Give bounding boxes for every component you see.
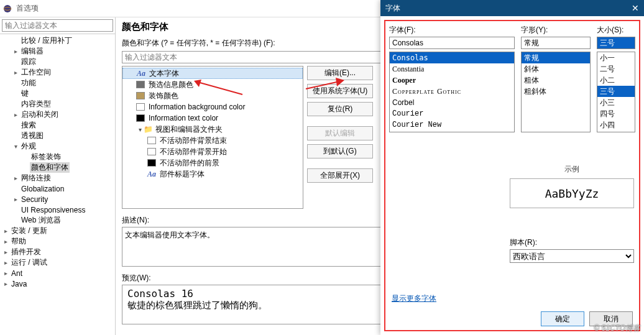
list-item[interactable]: Corbel (390, 97, 514, 108)
font-dialog: 字体 ✕ 字体(F): ConsolasConstantiaCooperCopp… (380, 0, 644, 335)
font-name-input[interactable] (389, 37, 515, 49)
font-style-input[interactable] (521, 37, 591, 49)
tree-item[interactable]: 比较 / 应用补丁 (0, 35, 115, 46)
tree-item[interactable]: 透视图 (0, 131, 115, 141)
eclipse-icon (2, 4, 12, 14)
tree-item[interactable]: ▸帮助 (0, 236, 115, 247)
tree-item[interactable]: ▸启动和关闭 (0, 109, 115, 120)
use-system-font-button[interactable]: 使用系统字体(U) (307, 84, 373, 98)
default-edit-button: 默认编辑 (307, 126, 373, 140)
edit-button[interactable]: 编辑(E)... (307, 66, 373, 80)
list-item[interactable]: 粗斜体 (522, 86, 590, 97)
color-font-item[interactable]: Aa文本字体 (122, 68, 303, 79)
tree-item[interactable]: Web 浏览器 (0, 215, 115, 226)
svg-point-0 (4, 5, 11, 12)
list-item[interactable]: 二号 (597, 63, 635, 75)
font-dialog-title: 字体 (385, 3, 632, 14)
list-item[interactable]: 小四 (597, 119, 635, 131)
font-label: 字体(F): (389, 25, 515, 35)
tree-item[interactable]: 键 (0, 88, 115, 99)
list-item[interactable]: 小二 (597, 75, 635, 86)
list-item[interactable]: 四号 (597, 108, 635, 119)
tree-item[interactable]: 标签装饰 (0, 152, 115, 162)
tree-item[interactable]: ▸网络连接 (0, 173, 115, 183)
list-item[interactable]: Consolas (390, 52, 514, 63)
list-item[interactable]: 三号 (597, 86, 635, 97)
list-item[interactable]: Courier (390, 108, 514, 119)
list-item[interactable]: 小一 (597, 52, 635, 63)
show-more-fonts-link[interactable]: 显示更多字体 (392, 293, 436, 304)
script-select[interactable]: 西欧语言 (510, 249, 634, 263)
size-list[interactable]: 小一二号小二三号小三四号小四 (597, 52, 635, 132)
tree-item[interactable]: ▸Ant (0, 268, 115, 278)
tree-item[interactable]: ▸Java (0, 278, 115, 289)
font-dialog-titlebar: 字体 ✕ (380, 0, 644, 16)
color-font-item[interactable]: 不活动部件背景结束 (122, 135, 303, 146)
color-font-item[interactable]: 装饰颜色 (122, 90, 303, 101)
font-dialog-close-icon[interactable]: ✕ (632, 3, 639, 13)
list-item[interactable]: Courier New (390, 119, 514, 131)
font-size-input[interactable] (597, 37, 635, 49)
color-font-item[interactable]: 不活动部件的前景 (122, 157, 303, 168)
tree-item[interactable]: ▸编辑器 (0, 46, 115, 57)
tree-item[interactable]: 搜索 (0, 120, 115, 131)
list-item[interactable]: 常规 (522, 52, 590, 63)
tree-item[interactable]: 内容类型 (0, 99, 115, 109)
tree-item[interactable]: ▸运行 / 调试 (0, 257, 115, 268)
tree-item[interactable]: ▸插件开发 (0, 247, 115, 257)
colors-fonts-tree[interactable]: Aa文本字体预选信息颜色装饰颜色Information background c… (122, 66, 303, 209)
style-list[interactable]: 常规斜体粗体粗斜体 (521, 52, 591, 132)
tree-item[interactable]: Globalization (0, 183, 115, 194)
to-default-button[interactable]: 到默认(G) (307, 144, 373, 158)
ok-button[interactable]: 确定 (541, 311, 584, 326)
sample-box: AaBbYyZz (510, 178, 634, 208)
tree-item[interactable]: UI Responsiveness (0, 204, 115, 215)
sample-label: 示例 (510, 164, 634, 175)
color-font-item[interactable]: 预选信息颜色 (122, 79, 303, 90)
list-item[interactable]: 小三 (597, 97, 635, 108)
watermark-text: © 51CTO博客 (594, 323, 640, 334)
color-font-item[interactable]: ▾📁视图和编辑器文件夹 (122, 124, 303, 135)
color-font-item[interactable]: Information text color (122, 112, 303, 124)
tree-item[interactable]: 功能 (0, 78, 115, 88)
tree-item[interactable]: ▸安装 / 更新 (0, 226, 115, 236)
size-label: 大小(S): (597, 25, 635, 35)
tree-item[interactable]: ▸Security (0, 194, 115, 204)
reset-button[interactable]: 复位(R) (307, 102, 373, 116)
tree-item[interactable]: ▸工作空间 (0, 67, 115, 78)
font-list[interactable]: ConsolasConstantiaCooperCopperplate Goth… (389, 52, 515, 132)
color-font-item[interactable]: Aa部件标题字体 (122, 168, 303, 180)
list-item[interactable]: Copperplate Gothic (390, 86, 514, 97)
sidebar-filter-input[interactable] (2, 19, 113, 32)
tree-item[interactable]: 跟踪 (0, 57, 115, 67)
list-item[interactable]: 粗体 (522, 75, 590, 86)
prefs-tree[interactable]: 比较 / 应用补丁▸编辑器跟踪▸工作空间功能键内容类型▸启动和关闭搜索透视图▾外… (0, 34, 115, 335)
tree-item[interactable]: ▾外观 (0, 141, 115, 152)
expand-all-button[interactable]: 全部展开(X) (307, 168, 373, 183)
list-item[interactable]: Constantia (390, 63, 514, 75)
script-label: 脚本(R): (510, 237, 634, 248)
color-font-item[interactable]: 不活动部件背景开始 (122, 146, 303, 157)
style-label: 字形(Y): (521, 25, 591, 35)
list-item[interactable]: Cooper (390, 75, 514, 86)
tree-item[interactable]: 颜色和字体 (0, 162, 115, 173)
color-font-item[interactable]: Information background color (122, 101, 303, 112)
prefs-sidebar: 比较 / 应用补丁▸编辑器跟踪▸工作空间功能键内容类型▸启动和关闭搜索透视图▾外… (0, 17, 116, 335)
list-item[interactable]: 斜体 (522, 63, 590, 75)
